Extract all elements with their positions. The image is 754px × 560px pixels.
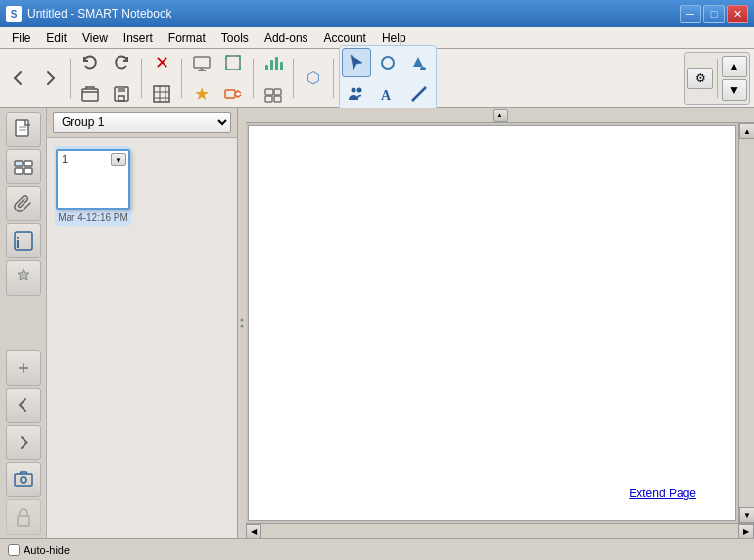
vscroll-up-button[interactable]: ▲ <box>739 123 754 139</box>
addons-panel-button[interactable] <box>6 260 41 296</box>
slide-number: 1 <box>62 153 68 164</box>
menu-view[interactable]: View <box>74 29 116 47</box>
line-tool-button[interactable] <box>404 79 434 109</box>
maximize-button[interactable]: □ <box>703 5 725 23</box>
svg-text:A: A <box>381 88 392 103</box>
menu-format[interactable]: Format <box>161 29 213 47</box>
slide-thumbnail-1[interactable]: 1 ▼ Mar 4-12:16 PM <box>55 146 131 226</box>
slide-panel-header: Group 1 <box>47 108 237 138</box>
hscroll-left-button[interactable]: ◀ <box>246 524 261 539</box>
people-tool-button[interactable] <box>342 79 371 109</box>
panels-area: Group 1 1 ▼ Mar 4-12:16 PM ▲ <box>47 108 754 538</box>
addon-button[interactable]: ⬡ <box>299 64 328 93</box>
resize-handle[interactable] <box>6 350 41 386</box>
settings-button[interactable]: ⚙ <box>687 68 713 89</box>
autohide-checkbox[interactable] <box>8 544 20 556</box>
lock-button[interactable] <box>6 499 41 535</box>
svg-rect-13 <box>225 90 235 98</box>
svg-rect-3 <box>118 96 124 101</box>
svg-rect-19 <box>274 89 281 95</box>
svg-rect-9 <box>194 57 210 68</box>
new-page-button[interactable] <box>6 112 41 147</box>
main-area: i Group 1 <box>0 108 754 538</box>
vscroll-track[interactable] <box>739 139 754 507</box>
svg-rect-12 <box>226 56 240 70</box>
canvas-scroll-top: ▲ <box>246 108 754 123</box>
fullscreen-button[interactable] <box>218 48 248 77</box>
menu-edit[interactable]: Edit <box>38 29 74 47</box>
select-tool-button[interactable] <box>342 48 371 77</box>
close-button[interactable]: ✕ <box>727 5 748 23</box>
svg-rect-16 <box>275 57 278 70</box>
table-button[interactable] <box>147 79 176 109</box>
prev-page-button[interactable] <box>6 388 41 423</box>
canvas-area: ▲ Extend Page ▲ ▼ ◀ ▶ <box>246 108 754 538</box>
vscroll-down-button[interactable]: ▼ <box>739 507 754 523</box>
svg-rect-21 <box>274 96 281 102</box>
canvas-main: Extend Page ▲ ▼ <box>246 123 754 523</box>
menu-addons[interactable]: Add-ons <box>257 29 316 47</box>
svg-rect-17 <box>280 62 283 70</box>
fill-tool-button[interactable] <box>404 48 434 77</box>
menu-account[interactable]: Account <box>316 29 374 47</box>
equalizer-button[interactable] <box>259 48 288 77</box>
svg-line-27 <box>412 87 426 101</box>
toolbar-right-panel: ⚙ ▲ ▼ <box>684 52 750 105</box>
slide-menu-button[interactable]: ▼ <box>111 153 126 166</box>
svg-rect-28 <box>16 120 28 136</box>
slide-panel: Group 1 1 ▼ Mar 4-12:16 PM <box>47 108 238 538</box>
svg-point-22 <box>382 57 394 69</box>
circle-tool-button[interactable] <box>373 48 402 77</box>
text-tool-button[interactable]: A <box>373 79 402 109</box>
next-page-button[interactable] <box>6 425 41 460</box>
svg-rect-2 <box>118 87 125 92</box>
canvas-whiteboard[interactable]: Extend Page <box>248 125 736 521</box>
scroll-down-button[interactable]: ▼ <box>722 79 747 101</box>
screen-capture-button[interactable] <box>6 462 41 497</box>
scroll-top-button[interactable]: ▲ <box>493 109 508 122</box>
save-button[interactable] <box>107 79 136 109</box>
svg-rect-4 <box>154 86 169 102</box>
panel-splitter[interactable] <box>238 108 246 538</box>
svg-rect-39 <box>18 516 29 526</box>
svg-point-23 <box>420 67 426 70</box>
horizontal-scrollbar: ◀ ▶ <box>246 523 754 538</box>
app-icon: S <box>6 6 22 22</box>
back-button[interactable] <box>4 64 33 93</box>
autohide-label[interactable]: Auto-hide <box>8 544 70 556</box>
svg-rect-31 <box>15 161 23 166</box>
group-select[interactable]: Group 1 <box>53 112 231 133</box>
window-controls: ─ □ ✕ <box>680 5 748 23</box>
star-button[interactable]: ★ <box>187 79 216 109</box>
scroll-up-button[interactable]: ▲ <box>722 56 747 77</box>
redo-button[interactable] <box>107 48 136 77</box>
hscroll-right-button[interactable]: ▶ <box>738 524 754 539</box>
slide-sorter-button[interactable] <box>6 149 41 184</box>
extend-page-link[interactable]: Extend Page <box>629 487 696 500</box>
slide-list: 1 ▼ Mar 4-12:16 PM <box>47 138 237 538</box>
attachments-button[interactable] <box>6 186 41 221</box>
menu-insert[interactable]: Insert <box>116 29 161 47</box>
paste-screen-button[interactable] <box>187 48 216 77</box>
window-title: Untitled - SMART Notebook <box>27 7 172 21</box>
forward-button[interactable] <box>35 64 65 93</box>
page-recorder-button[interactable]: i <box>6 223 41 258</box>
svg-text:i: i <box>16 235 20 251</box>
svg-rect-37 <box>15 474 32 486</box>
svg-point-25 <box>357 87 362 92</box>
menu-help[interactable]: Help <box>374 29 414 47</box>
svg-point-24 <box>352 87 356 92</box>
status-bar: Auto-hide <box>0 538 754 560</box>
svg-rect-20 <box>265 96 272 102</box>
response-button[interactable] <box>218 79 248 109</box>
open-button[interactable] <box>75 79 105 109</box>
menu-file[interactable]: File <box>4 29 38 47</box>
menu-tools[interactable]: Tools <box>213 29 257 47</box>
autohide-text: Auto-hide <box>24 544 70 556</box>
minimize-button[interactable]: ─ <box>680 5 701 23</box>
svg-point-41 <box>241 325 244 328</box>
svg-rect-15 <box>270 60 273 70</box>
delete-button[interactable]: ✕ <box>147 48 176 77</box>
undo-button[interactable] <box>75 48 105 77</box>
gallery-button[interactable] <box>259 79 288 109</box>
